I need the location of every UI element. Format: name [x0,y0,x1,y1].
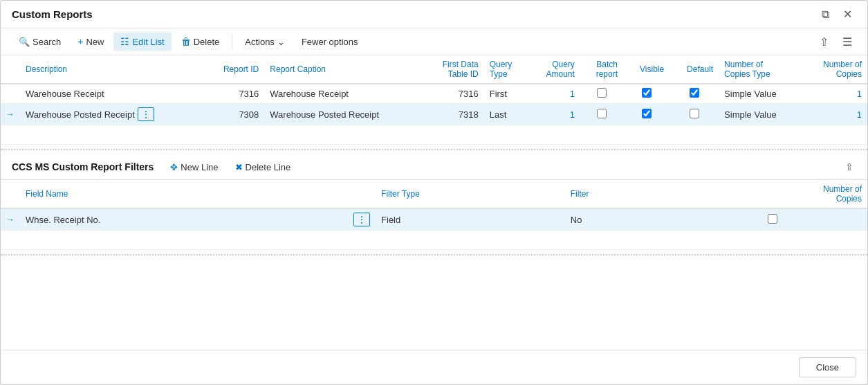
cell-visible[interactable] [623,84,670,104]
col-visible: Visible [623,55,670,84]
col-filter: Filter [565,180,678,208]
filter-header: CCS MS Custom Report Filters ✥ New Line … [1,154,867,180]
col-report-id: Report ID [203,55,264,84]
col-filter-copies: Number ofCopies [677,180,867,208]
fewer-options-button[interactable]: Fewer options [295,33,365,51]
cell-query-amount[interactable]: 1 [528,104,580,125]
main-content: Description Report ID Report Caption Fir… [1,55,867,350]
cell-copies[interactable]: 1 [802,104,867,125]
cell-description[interactable]: Warehouse Posted Receipt ⋮ [20,104,203,125]
custom-reports-window: Custom Reports ⧉ ✕ 🔍 Search + New ☷ Edit… [0,0,868,385]
cell-visible[interactable] [623,104,670,125]
filter-cell-field-name[interactable]: Whse. Receipt No. [20,208,348,231]
col-batch-report: Batchreport [580,55,623,84]
chevron-down-icon: ⌄ [277,37,285,47]
column-settings-button[interactable]: ☰ [838,34,856,50]
batch-report-checkbox[interactable] [597,88,607,98]
cell-copies[interactable]: 1 [802,84,867,104]
new-line-icon: ✥ [170,162,178,172]
col-field-name: Field Name [20,180,348,208]
filter-section-title: CCS MS Custom Report Filters [12,161,154,172]
row-kebab-button[interactable]: ⋮ [138,107,154,121]
main-table: Description Report ID Report Caption Fir… [1,55,867,145]
window-title: Custom Reports [12,8,93,20]
close-window-button[interactable]: ✕ [839,6,856,22]
col-copies: Number ofCopies [802,55,867,84]
toolbar: 🔍 Search + New ☷ Edit List 🗑 Delete Acti… [1,28,867,55]
batch-report-checkbox[interactable] [597,109,607,118]
table-row: Warehouse Receipt 7316 Warehouse Receipt… [1,84,867,104]
filter-cell-copies[interactable] [677,208,867,231]
bottom-separator [1,254,867,256]
table-row: → Warehouse Posted Receipt ⋮ 7308 Wareho… [1,104,867,125]
toolbar-right: ⇧ ☰ [815,34,856,50]
delete-line-button[interactable]: ✖ Delete Line [230,159,297,175]
filter-cell-kebab[interactable]: ⋮ [348,208,376,231]
cell-description[interactable]: Warehouse Receipt [20,84,203,104]
cell-report-id[interactable]: 7316 [203,84,264,104]
cell-copies-type[interactable]: Simple Value [719,104,802,125]
section-separator [1,149,867,150]
share-button[interactable]: ⇧ [815,34,833,50]
new-label: New [86,37,104,47]
plus-icon: + [77,36,83,47]
default-checkbox[interactable] [690,88,699,98]
new-line-button[interactable]: ✥ New Line [165,159,223,175]
cell-default[interactable] [670,104,719,125]
edit-list-button[interactable]: ☷ Edit List [113,33,171,51]
filter-cell-filter[interactable]: No [565,208,678,231]
filter-copies-checkbox[interactable] [768,214,777,224]
search-label: Search [33,37,61,47]
cell-query-type[interactable]: First [484,84,528,104]
visible-checkbox[interactable] [642,109,652,118]
search-icon: 🔍 [19,37,30,47]
default-checkbox[interactable] [690,109,699,118]
search-button[interactable]: 🔍 Search [12,33,68,51]
filter-kebab-button[interactable]: ⋮ [353,213,370,226]
col-query-amount: QueryAmount [528,55,580,84]
table-empty-row [1,125,867,145]
cell-report-caption[interactable]: Warehouse Receipt [264,84,422,104]
cell-batch-report[interactable] [580,104,623,125]
col-query-type: QueryType [484,55,528,84]
row-arrow-cell [1,84,20,104]
delete-label: Delete [194,37,220,47]
main-table-section: Description Report ID Report Caption Fir… [1,55,867,145]
col-filter-type: Filter Type [376,180,565,208]
window-controls: ⧉ ✕ [818,6,856,22]
cell-report-id[interactable]: 7308 [203,104,264,125]
filter-share-button[interactable]: ⇧ [842,159,856,175]
cell-query-type[interactable]: Last [484,104,528,125]
filter-section: CCS MS Custom Report Filters ✥ New Line … [1,154,867,250]
delete-line-icon: ✖ [235,162,243,172]
close-button[interactable]: Close [799,357,856,377]
actions-button[interactable]: Actions ⌄ [238,33,292,51]
filter-row: → Whse. Receipt No. ⋮ Field No [1,208,867,231]
new-line-label: New Line [181,162,218,172]
cell-copies-type[interactable]: Simple Value [719,84,802,104]
cell-query-amount[interactable]: 1 [528,84,580,104]
actions-label: Actions [245,37,275,47]
col-copies-type: Number ofCopies Type [719,55,802,84]
cell-report-caption[interactable]: Warehouse Posted Receipt [264,104,422,125]
footer: Close [1,350,867,384]
filter-header-row: Field Name Filter Type Filter Number ofC… [1,180,867,208]
col-description: Description [20,55,203,84]
filter-empty-row [1,231,867,250]
restore-button[interactable]: ⧉ [818,6,833,22]
edit-list-label: Edit List [132,37,164,47]
fewer-options-label: Fewer options [302,37,358,47]
new-button[interactable]: + New [71,33,111,51]
cell-first-data-table-id[interactable]: 7318 [422,104,483,125]
table-header-row: Description Report ID Report Caption Fir… [1,55,867,84]
col-default: Default [670,55,719,84]
visible-checkbox[interactable] [642,88,652,98]
col-report-caption: Report Caption [264,55,422,84]
cell-first-data-table-id[interactable]: 7316 [422,84,483,104]
cell-batch-report[interactable] [580,84,623,104]
filter-cell-filter-type[interactable]: Field [376,208,565,231]
delete-button[interactable]: 🗑 Delete [174,33,227,51]
delete-icon: 🗑 [181,36,191,47]
delete-line-label: Delete Line [246,162,291,172]
cell-default[interactable] [670,84,719,104]
